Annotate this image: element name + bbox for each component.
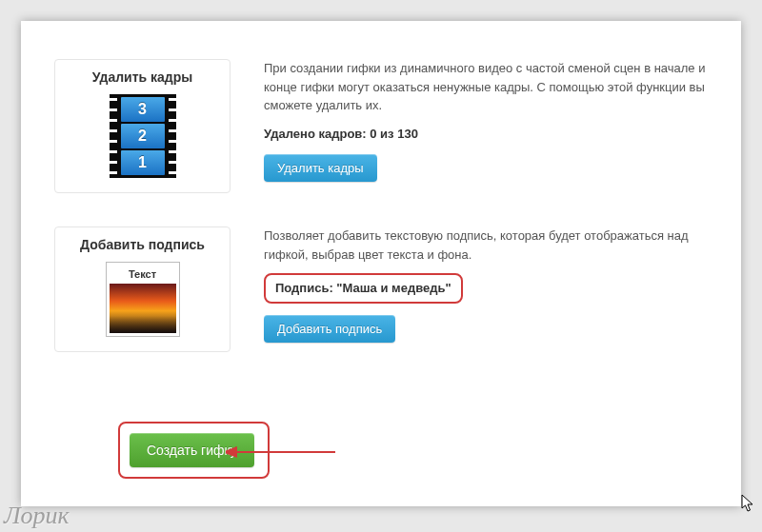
section1-content: При создании гифки из динамичного видео … (231, 59, 708, 193)
card-delete-frames: Удалить кадры 3 2 1 (54, 59, 231, 193)
frame-2: 2 (121, 124, 165, 148)
cursor-icon (741, 494, 756, 513)
card-title: Добавить подпись (65, 237, 220, 252)
section1-status: Удалено кадров: 0 из 130 (264, 125, 708, 144)
section-delete-frames: Удалить кадры 3 2 1 При создании гифки и… (54, 59, 708, 193)
sunset-image-icon (110, 284, 176, 333)
section2-description: Позволяет добавить текстовую подпись, ко… (264, 227, 708, 264)
section1-description: При создании гифки из динамичного видео … (264, 59, 708, 115)
highlight-create-button: Создать гифку (118, 422, 270, 479)
add-caption-button[interactable]: Добавить подпись (264, 315, 395, 343)
section2-content: Позволяет добавить текстовую подпись, ко… (231, 227, 708, 352)
main-panel: Удалить кадры 3 2 1 При создании гифки и… (21, 21, 741, 506)
create-gif-button[interactable]: Создать гифку (130, 433, 254, 467)
section2-status: Подпись: "Маша и медведь" (275, 281, 451, 295)
delete-frames-button[interactable]: Удалить кадры (264, 154, 377, 182)
watermark-text: Лорик (4, 502, 70, 530)
frame-3: 3 (121, 97, 165, 122)
filmstrip-icon: 3 2 1 (110, 94, 176, 178)
caption-preview: Текст (106, 262, 180, 337)
card-title: Удалить кадры (65, 69, 220, 85)
section-add-caption: Добавить подпись Текст Позволяет добавит… (54, 227, 708, 352)
card-add-caption: Добавить подпись Текст (54, 227, 231, 352)
caption-text-label: Текст (110, 266, 176, 284)
frame-1: 1 (121, 150, 165, 175)
highlight-caption-status: Подпись: "Маша и медведь" (264, 273, 463, 304)
